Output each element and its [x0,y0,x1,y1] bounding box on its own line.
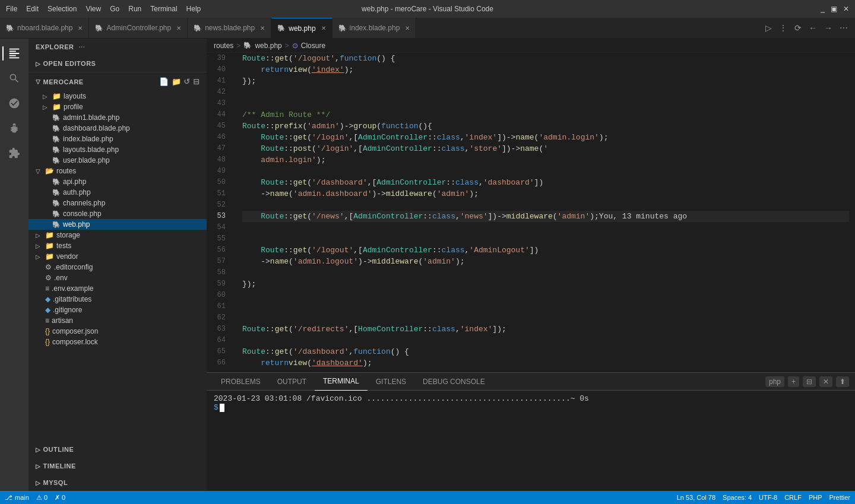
file-user-blade[interactable]: 🐘 user.blade.php [28,155,207,166]
new-file-icon[interactable]: 📄 [159,77,169,86]
warning-count[interactable]: ✗ 0 [55,494,65,502]
more-actions[interactable]: ⋯ [837,22,850,34]
file-gitattributes[interactable]: ◆ .gitattributes [28,294,207,305]
menu-run[interactable]: Run [128,5,141,13]
error-count[interactable]: ⚠ 0 [36,494,48,502]
code-content[interactable]: Route::get('/logout', function () { retu… [236,53,849,372]
breadcrumb-web[interactable]: web.php [255,42,281,50]
menu-help[interactable]: Help [186,5,201,13]
run-button[interactable]: ▷ [763,22,774,34]
new-folder-icon[interactable]: 📁 [172,77,182,86]
line-ending[interactable]: CRLF [784,494,802,501]
file-admin1[interactable]: 🐘 admin1.blade.php [28,112,207,123]
formatter[interactable]: Prettier [829,494,850,501]
tab-close-index[interactable]: ✕ [405,25,410,31]
tab-problems[interactable]: PROBLEMS [213,373,269,391]
file-gitignore[interactable]: ◆ .gitignore [28,305,207,315]
code-line-61 [242,301,849,312]
folder-profile[interactable]: ▷ 📁 profile [28,102,207,112]
project-header[interactable]: ▽ MEROCARE 📄 📁 ↺ ⊟ [28,72,207,91]
file-console[interactable]: 🐘 console.php [28,208,207,219]
tab-admin[interactable]: 🐘 AdminController.php ✕ [89,18,188,38]
git-branch[interactable]: ⎇ main [5,494,29,502]
folder-tests[interactable]: ▷ 📁 tests [28,240,207,251]
file-env-example[interactable]: ≡ .env.example [28,283,207,294]
menu-edit[interactable]: Edit [26,5,39,13]
terminal-content[interactable]: 2023-01-23 03:01:08 /favicon.ico .......… [207,391,855,491]
maximize-terminal-button[interactable]: ⬆ [836,376,849,387]
file-dashboard-blade[interactable]: 🐘 dashboard.blade.php [28,123,207,134]
tab-index[interactable]: 🐘 index.blade.php ✕ [332,18,417,38]
language-mode[interactable]: PHP [809,494,822,501]
code-editor[interactable]: 39 40 41 42 43 44 45 46 47 48 49 50 51 5… [207,53,855,372]
cursor-position[interactable]: Ln 53, Col 78 [677,494,715,501]
menu-selection[interactable]: Selection [48,5,77,13]
breadcrumb-closure[interactable]: Closure [301,42,325,50]
file-auth[interactable]: 🐘 auth.php [28,187,207,198]
file-composer-json[interactable]: {} composer.json [28,326,207,337]
folder-storage[interactable]: ▷ 📁 storage [28,230,207,240]
terminal-area: PROBLEMS OUTPUT TERMINAL GITLENS DEBUG C… [207,372,855,491]
forward-button[interactable]: → [822,22,835,34]
outline-header[interactable]: ▷ OUTLINE [28,441,207,458]
new-terminal-button[interactable]: + [788,376,799,387]
terminal-cursor [220,404,224,412]
code-line-50: Route::get('/dashboard',[AdminController… [242,177,849,188]
code-line-46: Route::get('/login',[AdminController::cl… [242,132,849,143]
menu-view[interactable]: View [86,5,101,13]
tab-close-admin[interactable]: ✕ [176,25,181,31]
activity-source-control[interactable] [2,91,26,115]
tab-close-news[interactable]: ✕ [260,25,265,31]
project-actions: 📄 📁 ↺ ⊟ [159,77,200,86]
file-composer-lock[interactable]: {} composer.lock [28,337,207,347]
terminal-shell-button[interactable]: php [765,376,784,387]
menu-terminal[interactable]: Terminal [150,5,177,13]
file-editorconfig[interactable]: ⚙ .editorconfig [28,262,207,272]
encoding[interactable]: UTF-8 [759,494,777,501]
file-artisan[interactable]: ≡ artisan [28,315,207,326]
close-button[interactable]: ✕ [843,5,849,13]
activity-search[interactable] [2,66,26,90]
menu-file[interactable]: File [6,5,17,13]
main-layout: EXPLORER ··· ▷ OPEN EDITORS ▽ MEROCARE 📄… [0,39,855,491]
kill-terminal-button[interactable]: ✕ [819,376,832,387]
maximize-button[interactable]: ▣ [831,5,837,13]
file-channels[interactable]: 🐘 channels.php [28,198,207,208]
tab-gitlens[interactable]: GITLENS [368,373,414,391]
back-button[interactable]: ← [806,22,819,34]
php-icon: 🐘 [6,24,14,32]
folder-vendor[interactable]: ▷ 📁 vendor [28,251,207,262]
tab-close-dashboard[interactable]: ✕ [78,25,83,31]
file-layouts-blade[interactable]: 🐘 layouts.blade.php [28,144,207,155]
split-terminal-button[interactable]: ⊟ [803,376,816,387]
code-line-64 [242,335,849,346]
minimize-button[interactable]: ⎯ [821,5,825,13]
tab-close-web[interactable]: ✕ [321,25,326,31]
tab-terminal[interactable]: TERMINAL [315,373,368,391]
activity-extensions[interactable] [2,141,26,165]
file-api[interactable]: 🐘 api.php [28,176,207,187]
tab-output[interactable]: OUTPUT [269,373,315,391]
breadcrumb-routes[interactable]: routes [214,42,233,50]
menu-go[interactable]: Go [110,5,119,13]
timeline-header[interactable]: ▷ TIMELINE [28,458,207,474]
indentation[interactable]: Spaces: 4 [723,494,752,501]
history-button[interactable]: ⟳ [792,22,804,34]
tab-news[interactable]: 🐘 news.blade.php ✕ [188,18,271,38]
file-index-blade[interactable]: 🐘 index.blade.php [28,134,207,144]
split-editor-button[interactable]: ⋮ [777,22,790,34]
open-editors-header[interactable]: ▷ OPEN EDITORS [28,55,207,72]
activity-explorer[interactable] [2,42,26,65]
tab-web[interactable]: 🐘 web.php ✕ [271,18,332,38]
folder-icon: 📁 [45,231,54,239]
file-web[interactable]: 🐘 web.php [28,219,207,230]
mysql-header[interactable]: ▷ MYSQL [28,474,207,491]
tab-debug-console[interactable]: DEBUG CONSOLE [414,373,493,391]
folder-layouts[interactable]: ▷ 📁 layouts [28,91,207,102]
tab-dashboard[interactable]: 🐘 nboard.blade.php ✕ [0,18,89,38]
collapse-icon[interactable]: ⊟ [193,77,200,86]
file-env[interactable]: ⚙ .env [28,272,207,283]
refresh-icon[interactable]: ↺ [183,77,191,86]
folder-routes[interactable]: ▽ 📂 routes [28,166,207,176]
activity-debug[interactable] [2,116,26,140]
